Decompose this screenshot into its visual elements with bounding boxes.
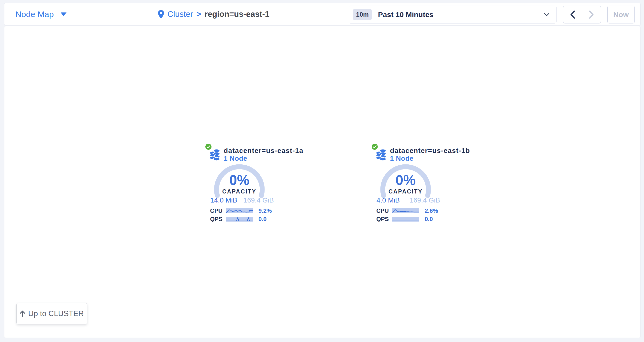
datacenter-node-count: 1 Node [224, 155, 247, 162]
datacenter-title: datacenter=us-east-1b [390, 147, 470, 155]
breadcrumb-separator: > [196, 9, 201, 19]
datacenter-node-us-east-1a[interactable]: datacenter=us-east-1a 1 Node 0% CAPACITY… [206, 144, 279, 224]
time-range-dropdown[interactable]: 10m Past 10 Minutes [349, 5, 556, 23]
qps-metric-row: QPS 0.0 [208, 216, 266, 222]
qps-value: 0.0 [258, 216, 266, 223]
capacity-label: CAPACITY [381, 188, 430, 195]
cpu-value: 2.6% [425, 207, 438, 214]
cpu-sparkline [226, 208, 253, 213]
location-pin-icon [158, 10, 164, 18]
qps-value: 0.0 [425, 216, 433, 223]
node-map-canvas [4, 26, 640, 338]
now-button[interactable]: Now [607, 5, 635, 23]
qps-metric-row: QPS 0.0 [374, 216, 433, 222]
capacity-values: 14.0 MiB 169.4 GiB [210, 196, 274, 204]
capacity-total: 169.4 GiB [243, 196, 274, 204]
capacity-used: 4.0 MiB [376, 196, 400, 204]
datacenter-node-us-east-1b[interactable]: datacenter=us-east-1b 1 Node 0% CAPACITY… [372, 144, 445, 224]
cpu-value: 9.2% [258, 207, 272, 214]
database-stack-icon [376, 149, 386, 161]
chevron-down-icon [544, 13, 550, 16]
chevron-right-icon [589, 10, 594, 19]
cpu-label: CPU [374, 207, 389, 214]
time-range-badge: 10m [353, 9, 372, 20]
caret-down-icon [61, 12, 66, 16]
capacity-values: 4.0 MiB 169.4 GiB [376, 196, 440, 204]
qps-label: QPS [374, 216, 389, 223]
cpu-sparkline [392, 208, 419, 213]
arrow-up-icon [20, 311, 25, 317]
datacenter-title: datacenter=us-east-1a [224, 147, 304, 155]
topbar-divider [339, 3, 339, 25]
capacity-percent: 0% [215, 172, 264, 188]
database-stack-icon [210, 149, 220, 161]
view-selector-dropdown[interactable]: Node Map [16, 3, 66, 25]
time-step-forward-button[interactable] [582, 6, 601, 23]
chevron-left-icon [570, 10, 575, 19]
breadcrumb-cluster-link[interactable]: Cluster [168, 9, 193, 19]
view-selector-label: Node Map [16, 9, 54, 19]
top-bar: Node Map Cluster > region=us-east-1 10m … [4, 3, 640, 25]
datacenter-node-count: 1 Node [390, 155, 414, 162]
cpu-metric-row: CPU 2.6% [374, 208, 438, 214]
qps-sparkline [226, 217, 253, 222]
capacity-label: CAPACITY [215, 188, 264, 195]
time-step-back-button[interactable] [563, 6, 582, 23]
capacity-used: 14.0 MiB [210, 196, 238, 204]
cpu-label: CPU [208, 207, 222, 214]
capacity-total: 169.4 GiB [410, 196, 440, 204]
capacity-percent: 0% [381, 172, 430, 188]
time-range-label: Past 10 Minutes [378, 10, 544, 19]
up-to-cluster-button[interactable]: Up to CLUSTER [16, 303, 87, 325]
qps-label: QPS [208, 216, 222, 223]
up-to-cluster-label: Up to CLUSTER [28, 309, 84, 318]
breadcrumb: Cluster > region=us-east-1 [158, 3, 270, 25]
cpu-metric-row: CPU 9.2% [208, 208, 272, 214]
qps-sparkline [392, 217, 419, 222]
breadcrumb-current-locality: region=us-east-1 [205, 9, 270, 19]
time-step-buttons [563, 5, 601, 23]
